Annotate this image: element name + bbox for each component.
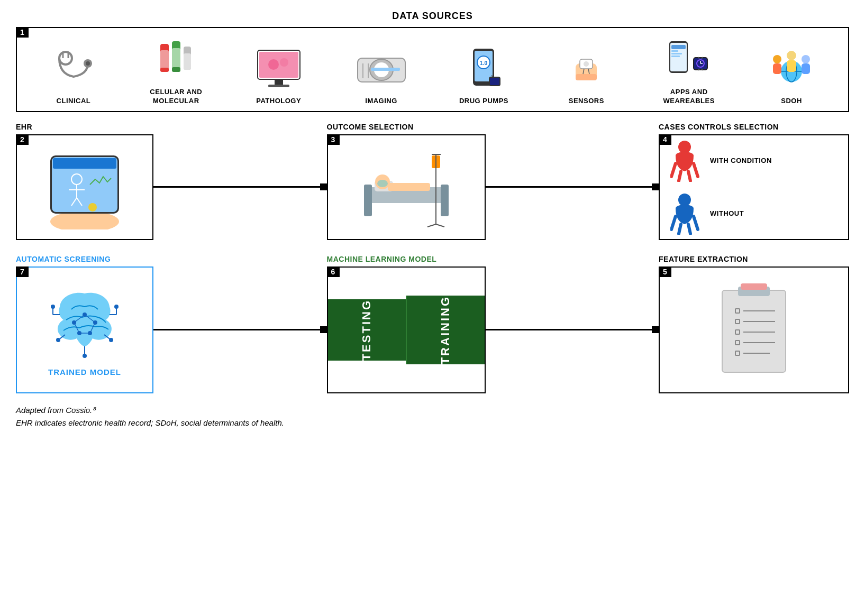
caption-line1: Adapted from Cossio.⁸	[16, 404, 849, 417]
svg-rect-6	[160, 50, 169, 70]
svg-point-114	[56, 338, 60, 342]
svg-rect-42	[671, 53, 682, 54]
svg-line-92	[694, 216, 698, 229]
svg-rect-22	[371, 68, 400, 71]
with-condition-row: WITH CONDITION	[670, 140, 837, 182]
svg-rect-61	[802, 63, 810, 74]
sdoh-icon	[768, 45, 815, 93]
drug-pumps-label: DRUG PUMPS	[459, 97, 508, 106]
svg-rect-41	[671, 50, 678, 52]
source-clinical: CLINICAL	[29, 45, 119, 106]
mri-icon	[355, 45, 408, 93]
outcome-label: OUTCOME SELECTION	[327, 123, 486, 131]
svg-line-88	[679, 171, 681, 181]
svg-line-84	[436, 224, 444, 227]
svg-point-0	[59, 52, 72, 65]
vial-icon	[155, 36, 197, 84]
svg-rect-18	[268, 85, 289, 87]
svg-point-71	[88, 203, 97, 212]
svg-point-16	[280, 58, 288, 67]
outcome-section: OUTCOME SELECTION 3	[327, 123, 486, 240]
badge-3: 3	[327, 134, 340, 145]
feature-box: 5	[659, 266, 849, 393]
svg-point-62	[50, 211, 119, 229]
microscope-icon	[255, 45, 303, 93]
badge-6: 6	[327, 266, 340, 277]
svg-line-93	[679, 224, 681, 234]
sensors-label: SENSORS	[569, 97, 604, 106]
svg-point-60	[802, 55, 810, 63]
ehr-box: 2	[16, 134, 153, 240]
svg-rect-30	[490, 78, 499, 85]
svg-rect-43	[671, 56, 680, 57]
ehr-label: EHR	[16, 123, 153, 131]
svg-rect-59	[787, 60, 796, 72]
app-icon	[667, 36, 712, 84]
svg-rect-65	[53, 158, 116, 169]
stethoscope-icon	[52, 45, 95, 93]
badge-2: 2	[16, 134, 29, 145]
svg-point-56	[773, 55, 781, 63]
main-title: DATA SOURCES	[16, 11, 849, 22]
brain-area: TRAINED MODEL	[17, 268, 152, 392]
svg-point-112	[83, 354, 87, 358]
imaging-label: IMAGING	[365, 97, 397, 106]
svg-line-94	[688, 224, 690, 234]
svg-point-78	[377, 180, 388, 187]
sources-row: CLINICAL	[22, 36, 843, 106]
svg-rect-73	[364, 185, 372, 216]
row2: EHR 2	[16, 123, 849, 240]
ml-label: MACHINE LEARNING MODEL	[327, 255, 486, 263]
svg-point-110	[114, 305, 119, 309]
without-label: WITHOUT	[710, 209, 744, 217]
svg-point-15	[268, 59, 279, 70]
row3: AUTOMATIC SCREENING 7	[16, 251, 849, 393]
ml-box: 6 TESTING TRAINING	[327, 266, 486, 393]
testing-label: TESTING	[360, 299, 374, 361]
apps-label: APPS AND WEAREABLES	[663, 88, 714, 106]
svg-rect-17	[275, 79, 283, 85]
cases-label: CASES CONTROLS SELECTION	[659, 123, 849, 131]
svg-line-86	[671, 163, 676, 177]
svg-point-107	[51, 305, 55, 309]
training-half: TRAINING	[406, 296, 485, 364]
badge-7: 7	[16, 266, 29, 277]
svg-rect-7	[160, 68, 169, 72]
caption-line2: EHR indicates electronic health record; …	[16, 417, 849, 429]
badge-5: 5	[659, 266, 671, 277]
outcome-box: 3	[327, 134, 486, 240]
cases-box: 4 WITH CONDITION	[659, 134, 849, 240]
source-sensors: SENSORS	[541, 45, 631, 106]
svg-point-116	[109, 338, 113, 342]
sensor-icon	[565, 45, 607, 93]
ehr-section: EHR 2	[16, 123, 153, 240]
connector-6-5	[486, 266, 659, 393]
svg-rect-10	[172, 67, 180, 72]
svg-rect-40	[671, 45, 686, 49]
main-layout: DATA SOURCES 1 CLINICAL	[16, 11, 849, 429]
clipboard-area	[660, 268, 848, 392]
data-sources-box: 1 CLINICAL	[16, 27, 849, 112]
svg-rect-119	[741, 283, 767, 290]
svg-rect-9	[172, 48, 180, 70]
trained-model-label: TRAINED MODEL	[48, 367, 121, 376]
connector-3-4	[486, 134, 659, 240]
sdoh-label: SDOH	[781, 97, 802, 106]
svg-rect-33	[576, 74, 597, 80]
connector-2-3	[153, 134, 327, 240]
caption: Adapted from Cossio.⁸ EHR indicates elec…	[16, 404, 849, 429]
svg-line-87	[694, 163, 698, 177]
auto-screening-section: AUTOMATIC SCREENING 7	[16, 255, 153, 393]
feature-label: FEATURE EXTRACTION	[659, 255, 849, 263]
pump-icon: 1.0	[465, 45, 502, 93]
source-sdoh: SDOH	[746, 45, 836, 106]
svg-line-89	[688, 171, 690, 181]
svg-rect-14	[259, 52, 298, 78]
training-label: TRAINING	[439, 296, 452, 364]
source-cellular: CELULAR AND MOLECULAR	[131, 36, 221, 106]
with-condition-label: WITH CONDITION	[710, 157, 772, 164]
auto-screening-label: AUTOMATIC SCREENING	[16, 255, 153, 263]
without-row: WITHOUT	[670, 192, 837, 235]
svg-point-58	[787, 51, 796, 60]
source-apps: APPS AND WEAREABLES	[644, 36, 734, 106]
